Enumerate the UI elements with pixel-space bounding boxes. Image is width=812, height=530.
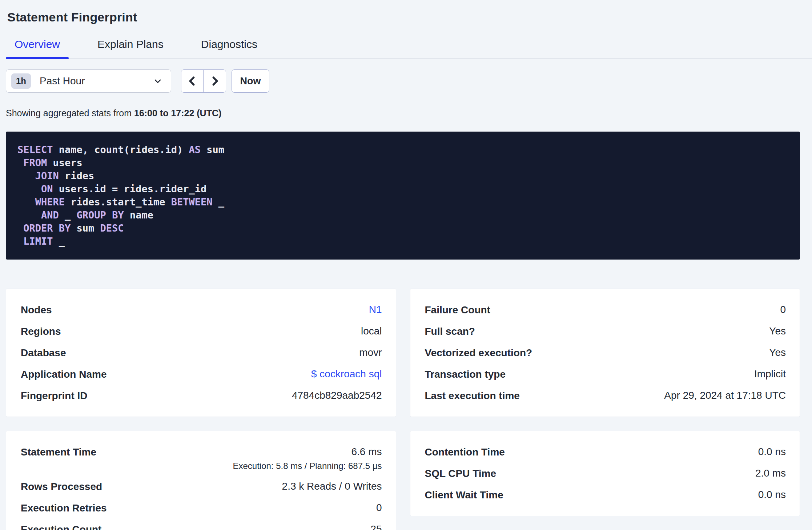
time-toolbar: 1h Past Hour bbox=[6, 69, 800, 93]
sql-text bbox=[17, 209, 41, 221]
stat-value-wrap: Yes bbox=[769, 325, 786, 337]
aggregated-stats-note: Showing aggregated stats from 16:00 to 1… bbox=[6, 108, 800, 119]
stat-value-wrap: 0.0 ns bbox=[758, 489, 786, 501]
sql-keyword: SELECT bbox=[17, 144, 53, 155]
stat-value-wrap: 2.0 ms bbox=[755, 467, 786, 479]
stat-label: Database bbox=[21, 347, 66, 359]
stat-label: Full scan? bbox=[425, 325, 475, 337]
stat-row: Full scan?Yes bbox=[425, 321, 786, 342]
stat-sub-value: Execution: 5.8 ms / Planning: 687.5 µs bbox=[233, 461, 382, 471]
stat-value: Yes bbox=[769, 325, 786, 337]
sql-line: JOIN rides bbox=[17, 169, 788, 182]
sql-keyword: WHERE bbox=[35, 196, 65, 208]
stat-value-wrap: N1 bbox=[369, 304, 382, 316]
stat-label: Rows Processed bbox=[21, 481, 102, 493]
sql-keyword: BETWEEN bbox=[171, 196, 213, 208]
sql-line: ON users.id = rides.rider_id bbox=[17, 182, 788, 196]
card-execution-attributes: Failure Count0Full scan?YesVectorized ex… bbox=[410, 289, 800, 417]
stat-value: Implicit bbox=[754, 368, 786, 380]
stat-row: Databasemovr bbox=[21, 342, 382, 364]
sql-keyword: ORDER BY bbox=[23, 222, 71, 234]
sql-text bbox=[17, 157, 23, 168]
stat-row: Statement Time6.6 msExecution: 5.8 ms / … bbox=[21, 441, 382, 476]
sql-text bbox=[17, 196, 35, 208]
stat-value: local bbox=[361, 325, 382, 337]
stat-row: Last execution timeApr 29, 2024 at 17:18… bbox=[425, 385, 786, 406]
sql-line: ORDER BY sum DESC bbox=[17, 222, 788, 235]
aggregated-stats-note-prefix: Showing aggregated stats from bbox=[6, 108, 134, 118]
stat-label: Contention Time bbox=[425, 446, 505, 458]
stat-value: 0.0 ns bbox=[758, 446, 786, 457]
stat-value-wrap: local bbox=[361, 325, 382, 337]
sql-text: rides.start_time bbox=[65, 196, 171, 208]
stat-value: 2.0 ms bbox=[755, 467, 786, 479]
stat-row: NodesN1 bbox=[21, 299, 382, 321]
stat-value: 4784cb829aab2542 bbox=[292, 390, 382, 401]
aggregated-stats-range: 16:00 to 17:22 (UTC) bbox=[134, 108, 221, 118]
stat-row: Contention Time0.0 ns bbox=[425, 441, 786, 463]
stat-value-wrap: movr bbox=[359, 347, 382, 358]
stat-value: 6.6 ms bbox=[351, 446, 382, 457]
stat-value-wrap: 2.3 k Reads / 0 Writes bbox=[282, 481, 382, 492]
next-range-button[interactable] bbox=[204, 70, 226, 92]
previous-range-button[interactable] bbox=[181, 70, 204, 92]
stat-row: SQL CPU Time2.0 ms bbox=[425, 463, 786, 484]
stat-value-wrap: 0 bbox=[780, 304, 786, 316]
tab-overview[interactable]: Overview bbox=[6, 38, 69, 58]
sql-keyword: FROM bbox=[23, 157, 47, 168]
sql-keyword: ON bbox=[41, 183, 53, 194]
time-range-step-buttons bbox=[181, 69, 226, 93]
stat-value-wrap: 0.0 ns bbox=[758, 446, 786, 458]
stat-value: 0 bbox=[780, 304, 786, 315]
stat-value-wrap: 4784cb829aab2542 bbox=[292, 390, 382, 401]
stat-value-link[interactable]: N1 bbox=[369, 304, 382, 315]
stat-row: Client Wait Time0.0 ns bbox=[425, 484, 786, 506]
chevron-down-icon bbox=[153, 76, 163, 86]
stat-row: Application Name$ cockroach sql bbox=[21, 364, 382, 385]
stat-label: Statement Time bbox=[21, 446, 96, 458]
sql-keyword: LIMIT bbox=[23, 236, 53, 247]
stat-row: Vectorized execution?Yes bbox=[425, 342, 786, 364]
stat-label: Client Wait Time bbox=[425, 489, 503, 501]
sql-line: FROM users bbox=[17, 156, 788, 169]
stat-label: Execution Count bbox=[21, 523, 101, 530]
sql-text: _ bbox=[59, 209, 77, 221]
stat-row: Fingerprint ID4784cb829aab2542 bbox=[21, 385, 382, 406]
tab-explain-plans[interactable]: Explain Plans bbox=[89, 38, 172, 58]
sql-line: WHERE rides.start_time BETWEEN _ bbox=[17, 196, 788, 209]
tab-diagnostics[interactable]: Diagnostics bbox=[192, 38, 266, 58]
statement-fingerprint-page: Statement Fingerprint Overview Explain P… bbox=[0, 0, 812, 530]
card-statement-details: NodesN1RegionslocalDatabasemovrApplicati… bbox=[6, 289, 396, 417]
stat-cards-grid: NodesN1RegionslocalDatabasemovrApplicati… bbox=[6, 289, 800, 530]
stat-value-link[interactable]: $ cockroach sql bbox=[311, 368, 382, 380]
sql-text: rides bbox=[59, 170, 95, 181]
stat-value: 0 bbox=[376, 502, 382, 513]
sql-line: AND _ GROUP BY name bbox=[17, 209, 788, 222]
stat-value-wrap: $ cockroach sql bbox=[311, 368, 382, 380]
card-wait-times: Contention Time0.0 nsSQL CPU Time2.0 msC… bbox=[410, 431, 800, 516]
stat-value-wrap: Apr 29, 2024 at 17:18 UTC bbox=[664, 390, 786, 401]
stat-row: Execution Count25 bbox=[21, 519, 382, 530]
stat-value-wrap: Yes bbox=[769, 347, 786, 358]
stat-label: SQL CPU Time bbox=[425, 467, 497, 479]
sql-keyword: JOIN bbox=[35, 170, 59, 181]
stat-label: Fingerprint ID bbox=[21, 390, 88, 402]
card-timing-stats: Statement Time6.6 msExecution: 5.8 ms / … bbox=[6, 431, 396, 530]
chevron-right-icon bbox=[209, 75, 220, 87]
sql-text: _ bbox=[212, 196, 224, 208]
sql-text: sum bbox=[71, 222, 100, 234]
stat-value: movr bbox=[359, 347, 382, 358]
stat-value: Apr 29, 2024 at 17:18 UTC bbox=[664, 390, 786, 401]
stat-label: Regions bbox=[21, 325, 61, 337]
stat-row: Transaction typeImplicit bbox=[425, 364, 786, 385]
now-button[interactable]: Now bbox=[232, 69, 269, 93]
time-range-picker[interactable]: 1h Past Hour bbox=[6, 69, 171, 93]
stat-value: 25 bbox=[370, 523, 382, 530]
sql-text bbox=[17, 170, 35, 181]
stat-label: Last execution time bbox=[425, 390, 520, 402]
stat-value: 2.3 k Reads / 0 Writes bbox=[282, 481, 382, 492]
sql-line: LIMIT _ bbox=[17, 235, 788, 248]
stat-row: Failure Count0 bbox=[425, 299, 786, 321]
chevron-left-icon bbox=[187, 75, 198, 87]
sql-keyword: AS bbox=[189, 144, 201, 155]
